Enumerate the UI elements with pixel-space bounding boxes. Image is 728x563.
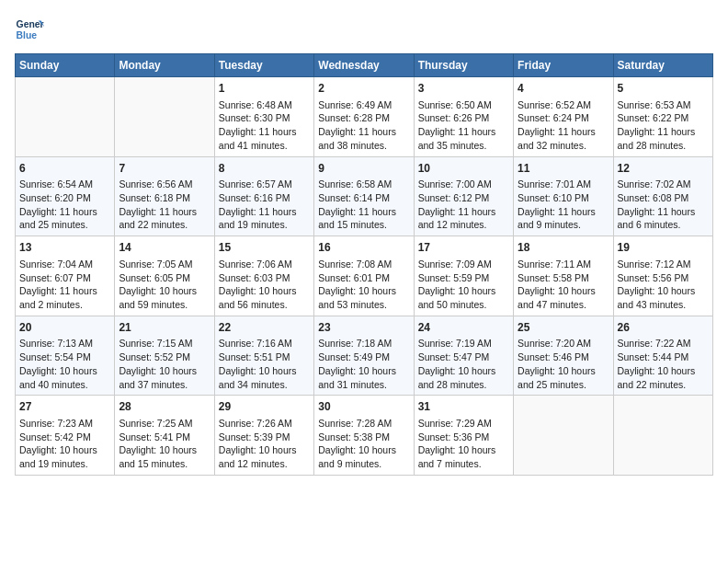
daylight-text: Daylight: 11 hours and 12 minutes. <box>418 206 496 231</box>
sunset-text: Sunset: 6:16 PM <box>219 192 290 203</box>
sunset-text: Sunset: 6:07 PM <box>19 272 91 283</box>
calendar-week-row: 13Sunrise: 7:04 AMSunset: 6:07 PMDayligh… <box>16 236 713 316</box>
day-number: 9 <box>318 161 409 177</box>
calendar-cell <box>514 396 613 476</box>
day-number: 28 <box>119 399 210 415</box>
sunset-text: Sunset: 5:52 PM <box>119 351 190 362</box>
day-number: 11 <box>518 161 609 177</box>
calendar-cell: 9Sunrise: 6:58 AMSunset: 6:14 PMDaylight… <box>314 156 414 236</box>
daylight-text: Daylight: 10 hours and 25 minutes. <box>518 365 596 390</box>
sunrise-text: Sunrise: 7:15 AM <box>119 338 192 349</box>
daylight-text: Daylight: 10 hours and 40 minutes. <box>19 365 97 390</box>
logo: General Blue <box>15 15 44 44</box>
day-number: 12 <box>618 161 709 177</box>
sunrise-text: Sunrise: 7:16 AM <box>219 338 292 349</box>
sunset-text: Sunset: 6:20 PM <box>19 192 91 203</box>
calendar-cell: 13Sunrise: 7:04 AMSunset: 6:07 PMDayligh… <box>16 236 115 316</box>
sunset-text: Sunset: 5:41 PM <box>119 431 190 442</box>
daylight-text: Daylight: 10 hours and 31 minutes. <box>318 365 396 390</box>
daylight-text: Daylight: 10 hours and 43 minutes. <box>618 285 696 310</box>
sunrise-text: Sunrise: 7:00 AM <box>418 178 492 190</box>
sunrise-text: Sunrise: 6:50 AM <box>418 99 492 110</box>
calendar-cell: 17Sunrise: 7:09 AMSunset: 5:59 PMDayligh… <box>414 236 513 316</box>
sunrise-text: Sunrise: 7:08 AM <box>318 259 392 270</box>
sunrise-text: Sunrise: 7:25 AM <box>119 418 192 429</box>
calendar-cell <box>115 77 214 157</box>
calendar-cell: 31Sunrise: 7:29 AMSunset: 5:36 PMDayligh… <box>414 396 513 476</box>
daylight-text: Daylight: 10 hours and 47 minutes. <box>518 285 596 310</box>
sunrise-text: Sunrise: 7:09 AM <box>418 259 492 270</box>
sunset-text: Sunset: 6:08 PM <box>618 192 689 203</box>
sunset-text: Sunset: 5:39 PM <box>219 431 290 442</box>
sunrise-text: Sunrise: 6:57 AM <box>219 178 292 190</box>
calendar-cell: 6Sunrise: 6:54 AMSunset: 6:20 PMDaylight… <box>16 156 115 236</box>
daylight-text: Daylight: 10 hours and 7 minutes. <box>418 444 496 469</box>
calendar-cell: 5Sunrise: 6:53 AMSunset: 6:22 PMDaylight… <box>613 77 712 157</box>
weekday-header-thursday: Thursday <box>414 54 513 77</box>
sunrise-text: Sunrise: 7:18 AM <box>318 338 392 349</box>
weekday-header-monday: Monday <box>115 54 214 77</box>
day-number: 17 <box>418 240 509 256</box>
sunset-text: Sunset: 5:46 PM <box>518 351 589 362</box>
daylight-text: Daylight: 10 hours and 19 minutes. <box>19 444 97 469</box>
sunrise-text: Sunrise: 7:22 AM <box>618 338 691 349</box>
day-number: 21 <box>119 320 210 336</box>
day-number: 4 <box>518 81 609 97</box>
day-number: 18 <box>518 240 609 256</box>
day-number: 7 <box>119 161 210 177</box>
calendar-cell: 27Sunrise: 7:23 AMSunset: 5:42 PMDayligh… <box>16 396 115 476</box>
sunset-text: Sunset: 5:42 PM <box>19 431 91 442</box>
sunset-text: Sunset: 5:51 PM <box>219 351 290 362</box>
calendar-week-row: 6Sunrise: 6:54 AMSunset: 6:20 PMDaylight… <box>16 156 713 236</box>
sunrise-text: Sunrise: 6:58 AM <box>318 178 392 190</box>
sunrise-text: Sunrise: 7:20 AM <box>518 338 591 349</box>
sunrise-text: Sunrise: 7:04 AM <box>19 259 93 270</box>
calendar-cell <box>16 77 115 157</box>
sunrise-text: Sunrise: 7:28 AM <box>318 418 392 429</box>
sunrise-text: Sunrise: 7:02 AM <box>618 178 691 190</box>
sunrise-text: Sunrise: 7:06 AM <box>219 259 292 270</box>
sunset-text: Sunset: 5:38 PM <box>318 431 390 442</box>
weekday-header-tuesday: Tuesday <box>214 54 313 77</box>
day-number: 30 <box>318 399 409 415</box>
day-number: 1 <box>219 81 310 97</box>
daylight-text: Daylight: 11 hours and 22 minutes. <box>119 206 197 231</box>
sunset-text: Sunset: 6:18 PM <box>119 192 190 203</box>
sunset-text: Sunset: 5:59 PM <box>418 272 490 283</box>
daylight-text: Daylight: 10 hours and 9 minutes. <box>318 444 396 469</box>
page-header: General Blue <box>15 15 713 44</box>
sunrise-text: Sunrise: 7:01 AM <box>518 178 591 190</box>
daylight-text: Daylight: 11 hours and 9 minutes. <box>518 206 596 231</box>
sunset-text: Sunset: 5:47 PM <box>418 351 490 362</box>
daylight-text: Daylight: 10 hours and 37 minutes. <box>119 365 197 390</box>
sunrise-text: Sunrise: 6:49 AM <box>318 99 392 110</box>
calendar-cell: 24Sunrise: 7:19 AMSunset: 5:47 PMDayligh… <box>414 316 513 396</box>
weekday-header-saturday: Saturday <box>613 54 712 77</box>
sunset-text: Sunset: 5:54 PM <box>19 351 91 362</box>
day-number: 2 <box>318 81 409 97</box>
sunset-text: Sunset: 6:28 PM <box>318 112 390 123</box>
day-number: 27 <box>19 399 110 415</box>
day-number: 23 <box>318 320 409 336</box>
sunrise-text: Sunrise: 6:52 AM <box>518 99 591 110</box>
calendar-cell: 11Sunrise: 7:01 AMSunset: 6:10 PMDayligh… <box>514 156 613 236</box>
day-number: 16 <box>318 240 409 256</box>
daylight-text: Daylight: 10 hours and 56 minutes. <box>219 285 297 310</box>
calendar-cell: 4Sunrise: 6:52 AMSunset: 6:24 PMDaylight… <box>514 77 613 157</box>
calendar-week-row: 1Sunrise: 6:48 AMSunset: 6:30 PMDaylight… <box>16 77 713 157</box>
day-number: 22 <box>219 320 310 336</box>
daylight-text: Daylight: 10 hours and 34 minutes. <box>219 365 297 390</box>
calendar-cell: 22Sunrise: 7:16 AMSunset: 5:51 PMDayligh… <box>214 316 313 396</box>
calendar-cell: 15Sunrise: 7:06 AMSunset: 6:03 PMDayligh… <box>214 236 313 316</box>
sunrise-text: Sunrise: 6:54 AM <box>19 178 93 190</box>
weekday-header-sunday: Sunday <box>16 54 115 77</box>
sunrise-text: Sunrise: 6:48 AM <box>219 99 292 110</box>
day-number: 8 <box>219 161 310 177</box>
calendar-cell: 19Sunrise: 7:12 AMSunset: 5:56 PMDayligh… <box>613 236 712 316</box>
sunset-text: Sunset: 5:49 PM <box>318 351 390 362</box>
calendar-cell: 23Sunrise: 7:18 AMSunset: 5:49 PMDayligh… <box>314 316 414 396</box>
calendar-cell: 12Sunrise: 7:02 AMSunset: 6:08 PMDayligh… <box>613 156 712 236</box>
calendar-cell: 18Sunrise: 7:11 AMSunset: 5:58 PMDayligh… <box>514 236 613 316</box>
calendar-cell: 10Sunrise: 7:00 AMSunset: 6:12 PMDayligh… <box>414 156 513 236</box>
calendar-cell: 26Sunrise: 7:22 AMSunset: 5:44 PMDayligh… <box>613 316 712 396</box>
